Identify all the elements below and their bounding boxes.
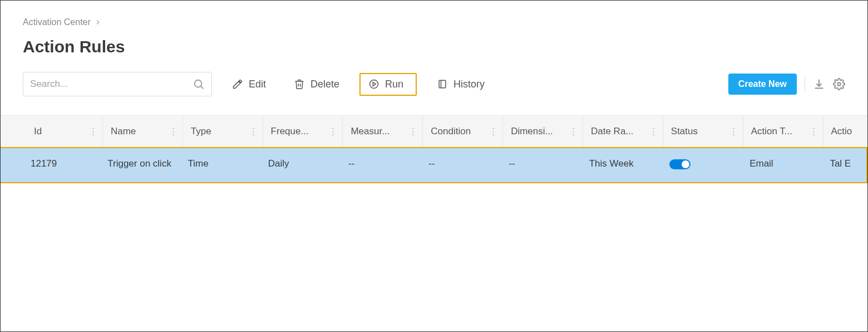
edit-label: Edit <box>249 79 266 90</box>
svg-line-1 <box>201 86 203 89</box>
trash-icon <box>294 79 305 90</box>
cell-dimension: -- <box>501 148 581 182</box>
breadcrumb-label: Activation Center <box>23 17 91 27</box>
search-input[interactable] <box>30 79 193 90</box>
col-menu-icon[interactable]: ⋮ <box>809 126 818 138</box>
create-new-button[interactable]: Create New <box>728 74 797 95</box>
col-name[interactable]: Name⋮ <box>103 116 183 147</box>
col-menu-icon[interactable]: ⋮ <box>569 126 578 138</box>
gear-icon[interactable] <box>833 78 845 90</box>
cell-status <box>662 148 742 182</box>
page-title: Action Rules <box>23 37 845 56</box>
cell-date-range: This Week <box>581 148 662 182</box>
run-label: Run <box>385 79 403 90</box>
col-dimension[interactable]: Dimensi...⋮ <box>503 116 583 147</box>
col-menu-icon[interactable]: ⋮ <box>249 126 258 138</box>
cell-type: Time <box>180 148 260 182</box>
cell-frequency: Daily <box>260 148 341 182</box>
cell-condition: -- <box>421 148 501 182</box>
toolbar: Edit Delete Run History Create New <box>23 72 845 96</box>
col-condition[interactable]: Condition⋮ <box>423 116 503 147</box>
cell-action-last: Tal E <box>822 148 866 182</box>
delete-button[interactable]: Delete <box>286 74 347 95</box>
history-label: History <box>453 79 485 90</box>
col-menu-icon[interactable]: ⋮ <box>88 126 98 138</box>
delete-label: Delete <box>310 79 339 90</box>
cell-id: 12179 <box>19 148 100 182</box>
col-action-type[interactable]: Action T...⋮ <box>743 116 823 147</box>
col-type[interactable]: Type⋮ <box>183 116 263 147</box>
status-toggle[interactable] <box>669 159 691 169</box>
svg-point-2 <box>370 80 378 89</box>
svg-rect-4 <box>439 80 446 87</box>
run-button[interactable]: Run <box>359 73 417 96</box>
edit-button[interactable]: Edit <box>224 74 274 95</box>
svg-marker-3 <box>373 82 376 86</box>
col-menu-icon[interactable]: ⋮ <box>408 126 418 138</box>
col-id[interactable]: Id⋮ <box>23 116 103 147</box>
col-menu-icon[interactable]: ⋮ <box>649 126 658 138</box>
svg-point-0 <box>195 80 202 87</box>
col-date-range[interactable]: Date Ra...⋮ <box>583 116 663 147</box>
chevron-right-icon <box>94 18 102 26</box>
table: Id⋮ Name⋮ Type⋮ Freque...⋮ Measur...⋮ Co… <box>1 115 867 183</box>
cell-action-type: Email <box>742 148 822 182</box>
search-icon[interactable] <box>193 78 205 90</box>
history-button[interactable]: History <box>429 74 492 95</box>
table-header: Id⋮ Name⋮ Type⋮ Freque...⋮ Measur...⋮ Co… <box>23 116 867 147</box>
col-menu-icon[interactable]: ⋮ <box>328 126 338 138</box>
svg-point-7 <box>837 82 841 86</box>
col-menu-icon[interactable]: ⋮ <box>489 126 498 138</box>
breadcrumb[interactable]: Activation Center <box>23 17 845 27</box>
cell-measure: -- <box>341 148 421 182</box>
col-action-last[interactable]: Actio <box>823 116 867 147</box>
pencil-icon <box>232 79 243 90</box>
divider <box>805 77 805 91</box>
download-icon[interactable] <box>813 78 825 90</box>
col-menu-icon[interactable]: ⋮ <box>729 126 738 138</box>
col-measure[interactable]: Measur...⋮ <box>343 116 423 147</box>
search-box[interactable] <box>23 72 212 96</box>
col-menu-icon[interactable]: ⋮ <box>169 126 178 138</box>
col-status[interactable]: Status⋮ <box>663 116 743 147</box>
play-circle-icon <box>368 79 379 90</box>
cell-name: Trigger on click <box>100 148 180 182</box>
col-frequency[interactable]: Freque...⋮ <box>263 116 343 147</box>
book-icon <box>437 79 448 90</box>
table-row[interactable]: 12179 Trigger on click Time Daily -- -- … <box>0 147 867 183</box>
